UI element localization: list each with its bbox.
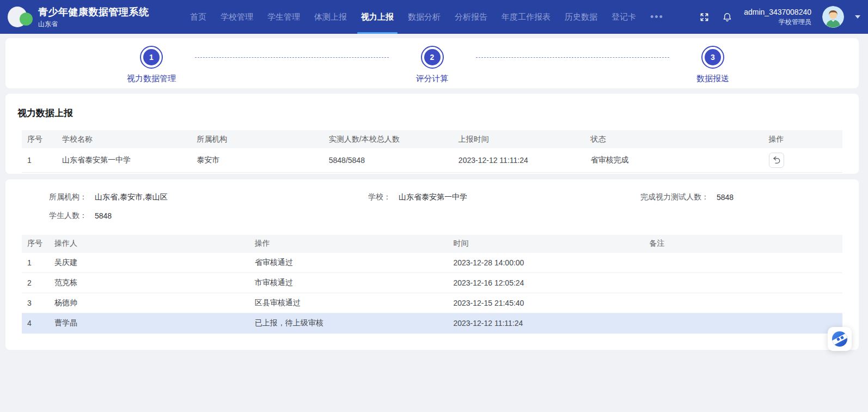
info-organization: 所属机构： 山东省,泰安市,泰山区 xyxy=(41,192,368,202)
info-tested-count: 完成视力测试人数： 5848 xyxy=(640,192,842,202)
nav-item-data-analysis[interactable]: 数据分析 xyxy=(401,0,448,34)
brand: 青少年健康数据管理系统 山东省 xyxy=(8,5,160,29)
cell-time: 2023-12-15 21:45:40 xyxy=(448,293,644,313)
chevron-down-icon[interactable] xyxy=(855,15,860,19)
nav-item-analysis-report[interactable]: 分析报告 xyxy=(448,0,494,34)
user-menu[interactable]: admin_3437008240 学校管理员 xyxy=(744,7,811,26)
page-title: 视力数据上报 xyxy=(17,107,842,119)
cell-operation: 已上报，待上级审核 xyxy=(249,313,448,334)
cell-operation: 省审核通过 xyxy=(249,253,448,273)
step-circle-3: 3 xyxy=(701,46,724,69)
col-actions: 操作 xyxy=(763,130,843,148)
nav-more-icon[interactable]: ••• xyxy=(643,0,671,34)
audit-log-table: 序号 操作人 操作 时间 备注 1 吴庆建 省审核通过 2023-12-28 1… xyxy=(22,235,842,334)
cell-operator: 吴庆建 xyxy=(49,253,249,273)
cell-operator: 曹学晶 xyxy=(49,313,249,334)
col-index: 序号 xyxy=(22,130,57,148)
step-circle-1: 1 xyxy=(140,46,163,69)
vision-report-section: 视力数据上报 序号 学校名称 所属机构 实测人数/本校总人数 上报时间 状态 操… xyxy=(5,94,859,174)
nav-item-history-data[interactable]: 历史数据 xyxy=(558,0,604,34)
nav-item-school-mgmt[interactable]: 学校管理 xyxy=(213,0,260,34)
col-time: 时间 xyxy=(448,235,644,253)
logo-circle-green xyxy=(20,13,33,26)
step-connector xyxy=(195,57,389,58)
nav-item-student-mgmt[interactable]: 学生管理 xyxy=(260,0,307,34)
nav-item-home[interactable]: 首页 xyxy=(183,0,213,34)
col-remark: 备注 xyxy=(644,235,842,253)
cell-school-name: 山东省泰安第一中学 xyxy=(57,148,191,172)
info-school: 学校： 山东省泰安第一中学 xyxy=(368,192,640,202)
cell-report-time: 2023-12-12 11:11:24 xyxy=(453,148,585,172)
top-navbar: 青少年健康数据管理系统 山东省 首页 学校管理 学生管理 体测上报 视力上报 数… xyxy=(0,0,868,34)
step-vision-data-management[interactable]: 1 视力数据管理 xyxy=(114,46,188,84)
nav-item-fitness-report[interactable]: 体测上报 xyxy=(307,0,354,34)
cell-operator: 范克栋 xyxy=(49,273,249,293)
app-title: 青少年健康数据管理系统 xyxy=(38,5,149,19)
cell-remark xyxy=(644,253,842,273)
detail-info: 所属机构： 山东省,泰安市,泰山区 学校： 山东省泰安第一中学 完成视力测试人数… xyxy=(22,192,842,221)
fullscreen-icon[interactable] xyxy=(698,11,710,23)
info-label: 学生人数： xyxy=(41,211,87,221)
app-subtitle: 山东省 xyxy=(38,20,149,29)
list-item: 3 杨德帅 区县审核通过 2023-12-15 21:45:40 xyxy=(22,293,842,313)
col-operator: 操作人 xyxy=(49,235,249,253)
cell-remark xyxy=(644,273,842,293)
table-row[interactable]: 1 山东省泰安第一中学 泰安市 5848/5848 2023-12-12 11:… xyxy=(22,148,842,172)
info-value: 5848 xyxy=(717,193,733,202)
col-school-name: 学校名称 xyxy=(57,130,191,148)
col-report-time: 上报时间 xyxy=(453,130,585,148)
info-value: 5848 xyxy=(95,211,112,220)
cell-time: 2023-12-12 11:11:24 xyxy=(448,313,644,334)
floating-assistant-button[interactable] xyxy=(828,327,852,351)
step-data-submission[interactable]: 3 数据报送 xyxy=(676,46,750,84)
step-number-1: 1 xyxy=(143,49,160,65)
brand-logo-icon xyxy=(832,331,847,347)
cell-operator: 杨德帅 xyxy=(49,293,249,313)
list-item: 1 吴庆建 省审核通过 2023-12-28 14:00:00 xyxy=(22,253,842,273)
step-label-3: 数据报送 xyxy=(696,74,729,84)
nav-item-vision-report[interactable]: 视力上报 xyxy=(354,0,401,34)
col-operation: 操作 xyxy=(249,235,448,253)
cell-time: 2023-12-16 12:05:24 xyxy=(448,273,644,293)
nav-item-annual-report[interactable]: 年度工作报表 xyxy=(494,0,558,34)
cell-remark xyxy=(644,313,842,334)
cell-remark xyxy=(644,293,842,313)
report-detail-section: 所属机构： 山东省,泰安市,泰山区 学校： 山东省泰安第一中学 完成视力测试人数… xyxy=(5,179,859,350)
report-table-header: 序号 学校名称 所属机构 实测人数/本校总人数 上报时间 状态 操作 xyxy=(22,130,842,148)
nav-item-registration-card[interactable]: 登记卡 xyxy=(604,0,643,34)
page-content: 1 视力数据管理 2 评分计算 3 数据报送 视力数据上报 xyxy=(0,34,868,350)
avatar[interactable] xyxy=(822,6,844,28)
col-status: 状态 xyxy=(585,130,763,148)
log-table-header: 序号 操作人 操作 时间 备注 xyxy=(22,235,842,253)
step-circle-2: 2 xyxy=(421,46,444,69)
cell-operation: 区县审核通过 xyxy=(249,293,448,313)
info-label: 所属机构： xyxy=(41,192,87,202)
info-student-count: 学生人数： 5848 xyxy=(41,211,368,221)
undo-icon xyxy=(772,156,781,165)
user-name: admin_3437008240 xyxy=(744,7,811,17)
app-logo-icon xyxy=(8,5,33,28)
cell-operation: 市审核通过 xyxy=(249,273,448,293)
step-number-3: 3 xyxy=(705,49,721,65)
cell-organization: 泰安市 xyxy=(191,148,323,172)
step-connector xyxy=(476,57,670,58)
step-number-2: 2 xyxy=(424,49,441,65)
report-table: 序号 学校名称 所属机构 实测人数/本校总人数 上报时间 状态 操作 1 山东省… xyxy=(22,130,842,173)
list-item: 2 范克栋 市审核通过 2023-12-16 12:05:24 xyxy=(22,273,842,293)
step-score-calculation[interactable]: 2 评分计算 xyxy=(395,46,469,84)
bell-icon[interactable] xyxy=(721,11,733,23)
info-label: 完成视力测试人数： xyxy=(640,192,709,202)
info-value: 山东省,泰安市,泰山区 xyxy=(95,192,168,202)
status-badge: 省审核完成 xyxy=(585,148,763,172)
main-nav: 首页 学校管理 学生管理 体测上报 视力上报 数据分析 分析报告 年度工作报表 … xyxy=(183,0,671,34)
user-role: 学校管理员 xyxy=(744,17,811,26)
cell-time: 2023-12-28 14:00:00 xyxy=(448,253,644,273)
rollback-button[interactable] xyxy=(769,153,784,168)
col-index: 序号 xyxy=(22,235,49,253)
step-label-1: 视力数据管理 xyxy=(127,74,176,84)
info-label: 学校： xyxy=(368,192,391,202)
col-organization: 所属机构 xyxy=(191,130,323,148)
col-measured-total: 实测人数/本校总人数 xyxy=(323,130,453,148)
step-label-2: 评分计算 xyxy=(416,74,449,84)
list-item-highlighted: 4 曹学晶 已上报，待上级审核 2023-12-12 11:11:24 xyxy=(22,313,842,334)
